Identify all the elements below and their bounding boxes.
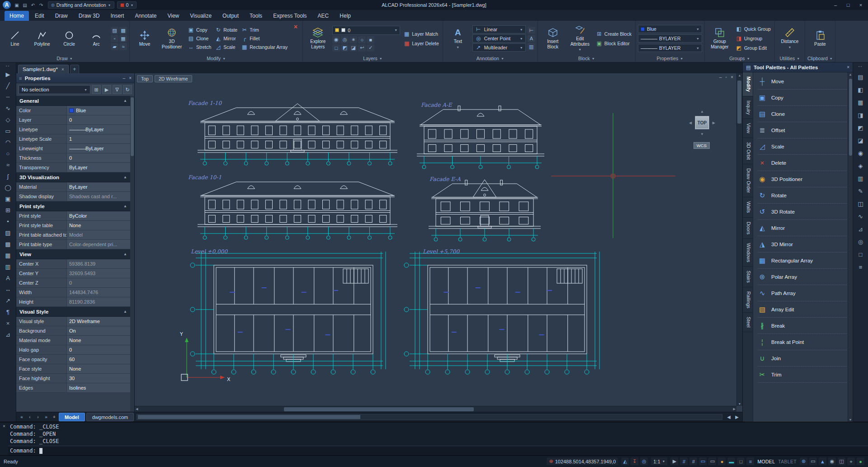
annotation-monitor-icon[interactable]: ◭ (621, 457, 629, 465)
palette-item-3d-rotate[interactable]: ↺3D Rotate (758, 204, 847, 220)
section-header-3d-visualization[interactable]: 3D Visualization▲ (16, 172, 130, 182)
explore-layers-button[interactable]: Explore Layers (305, 22, 330, 55)
erase-button[interactable]: × (291, 22, 300, 31)
undo-icon[interactable]: ↶ (29, 3, 37, 8)
property-row-visual-style[interactable]: Visual style2D Wireframe (16, 317, 130, 326)
color-dropdown[interactable]: Blue▼ (638, 25, 702, 33)
property-row-material[interactable]: MaterialByLayer (16, 182, 130, 192)
selection-cursor-icon[interactable]: ▶ (670, 457, 678, 465)
clipboard-panel-label[interactable]: Clipboard▼ (807, 55, 833, 62)
layout-tab-dwgmodels-com[interactable]: dwgmodels.com (86, 413, 134, 421)
previous-layout-button[interactable]: ‹ (26, 413, 33, 421)
properties-icon[interactable]: ◧ (856, 85, 866, 94)
quick-group-button[interactable]: ◧Quick Group (734, 25, 772, 33)
stretch-button[interactable]: ↔Stretch (186, 43, 212, 52)
next-layout-button[interactable]: › (34, 413, 42, 421)
palette-item-rectangular-array[interactable]: ▦Rectangular Array (758, 253, 847, 269)
motion-path-icon[interactable]: ∿ (856, 212, 866, 221)
property-row-linetype-scale[interactable]: Linetype Scale1 (16, 134, 130, 144)
create-block-button[interactable]: ⊞Create Block (594, 29, 633, 38)
transparency-icon[interactable]: ● (718, 457, 726, 465)
properties-scrollbar[interactable] (130, 96, 134, 412)
coordinates-display[interactable]: ⊕ 102488.5014,48357.1949,0 (547, 457, 618, 465)
gradient-icon[interactable]: ▩ (2, 238, 14, 249)
linear-dimension-dropdown[interactable]: ⊢Linear▼ (472, 25, 526, 33)
palette-item-clone[interactable]: ▤Clone (758, 106, 847, 122)
viewcube-right-arrow[interactable]: ▶ (712, 121, 715, 125)
wcs-indicator[interactable]: WCS (693, 142, 710, 149)
property-row-thickness[interactable]: Thickness0 (16, 153, 130, 163)
palette-item-delete[interactable]: ×Delete (758, 155, 847, 171)
minimize-button[interactable]: – (829, 0, 842, 10)
scroll-left-icon[interactable]: ◀ (725, 413, 732, 421)
property-row-print-style-table[interactable]: Print style tableNone (16, 221, 130, 230)
property-row-print-table-attached-to[interactable]: Print table attached toModel (16, 230, 130, 240)
palette-tab-walls[interactable]: Walls (743, 197, 753, 217)
lineweight-icon[interactable]: ▬ (727, 457, 735, 465)
properties-palette-header[interactable]: ≡ Properties – × (16, 73, 134, 83)
print-icon[interactable]: ▤ (21, 3, 29, 8)
palette-item-copy[interactable]: ▣Copy (758, 90, 847, 106)
tool-palettes-header[interactable]: ▤ Tool Palettes - All Palettes × (743, 62, 853, 72)
lights-icon[interactable]: ◪ (856, 136, 866, 145)
sun-icon[interactable]: ◉ (856, 148, 866, 157)
group-edit-button[interactable]: ◩Group Edit (734, 44, 772, 52)
drawing-canvas[interactable]: Facade 1-10Facade A-EFacade 10-1Facade E… (135, 73, 742, 412)
menu-item-express-tools[interactable]: Express Tools (268, 11, 311, 21)
rectangle-icon[interactable]: ▭ (2, 125, 14, 136)
text-icon[interactable]: A (2, 272, 14, 283)
property-row-center-z[interactable]: Center Z0 (16, 278, 130, 288)
leader-icon[interactable]: ↗ (2, 295, 14, 306)
viewport-view-control[interactable]: Top (137, 75, 153, 82)
table-icon[interactable]: ▥ (528, 43, 535, 50)
distance-button[interactable]: Distance ▼ (777, 22, 802, 55)
viewport-close-icon[interactable]: × (731, 75, 733, 80)
palette-item-move[interactable]: ┼Move (758, 73, 847, 90)
elevation-icon[interactable]: ↧ (631, 457, 638, 465)
hatch-icon[interactable]: ▨ (111, 27, 118, 34)
close-tab-icon[interactable]: × (61, 67, 64, 72)
quick-layer-dropdown[interactable]: 0 ▼ (117, 1, 137, 9)
rotate-button[interactable]: ↻Rotate (213, 26, 239, 34)
visual-styles-icon[interactable]: ◈ (856, 161, 866, 170)
ungroup-button[interactable]: ◨Ungroup (734, 34, 772, 43)
canvas-vertical-scrollbar[interactable]: ▲▼ (736, 73, 742, 406)
scroll-thumb[interactable] (138, 415, 360, 419)
view-manager-icon[interactable]: □ (856, 250, 866, 259)
draw-panel-label[interactable]: Draw▼ (2, 55, 127, 62)
quick-select-button[interactable]: ∇ (113, 85, 122, 94)
point-icon[interactable]: • (2, 216, 14, 227)
section-plane-icon[interactable]: ◫ (856, 199, 866, 208)
scroll-down-icon[interactable]: ▼ (849, 418, 852, 421)
polyline-button[interactable]: Polyline (29, 22, 55, 55)
palette-tab-inquiry[interactable]: Inquiry (743, 96, 753, 119)
user-icon[interactable]: ◉ (828, 457, 836, 465)
command-input[interactable]: Command: (8, 446, 868, 455)
property-row-layer[interactable]: Layer0 (16, 115, 130, 125)
menu-item-view[interactable]: View (162, 11, 184, 21)
ellipse-icon[interactable]: ◯ (2, 182, 14, 193)
palette-item-break[interactable]: ∦Break (758, 318, 847, 334)
linetype-dropdown[interactable]: ————BYLAYER▼ (638, 34, 702, 43)
group-manager-button[interactable]: Group Manager (707, 22, 732, 55)
viewcube-up-arrow[interactable]: ▲ (700, 110, 704, 114)
layout-tab-model[interactable]: Model (59, 413, 85, 421)
create-block-icon[interactable]: ⊞ (2, 205, 14, 215)
paste-button[interactable]: Paste (807, 22, 833, 55)
property-row-transparency[interactable]: TransparencyByLayer (16, 163, 130, 172)
hatch-icon[interactable]: ▨ (2, 227, 14, 238)
property-row-height[interactable]: Height81190.2836 (16, 297, 130, 307)
palette-tab-3d-orbit[interactable]: 3D Orbit (743, 138, 753, 164)
palette-tab-view[interactable]: View (743, 119, 753, 138)
line-button[interactable]: Line (2, 22, 28, 55)
insert-block-icon[interactable]: ▣ (2, 193, 14, 204)
scroll-up-icon[interactable]: ▲ (738, 74, 741, 77)
property-row-print-table-type[interactable]: Print table typeColor-dependent pri... (16, 240, 130, 249)
menu-item-annotate[interactable]: Annotate (130, 11, 161, 21)
menu-item-edit[interactable]: Edit (30, 11, 49, 21)
arc-button[interactable]: Arc (84, 22, 109, 55)
table-icon[interactable]: ▥ (2, 261, 14, 272)
circle-button[interactable]: Circle (57, 22, 82, 55)
layer-unlock-icon[interactable]: □ (332, 44, 340, 52)
revision-cloud-icon[interactable]: ≈ (119, 43, 127, 50)
